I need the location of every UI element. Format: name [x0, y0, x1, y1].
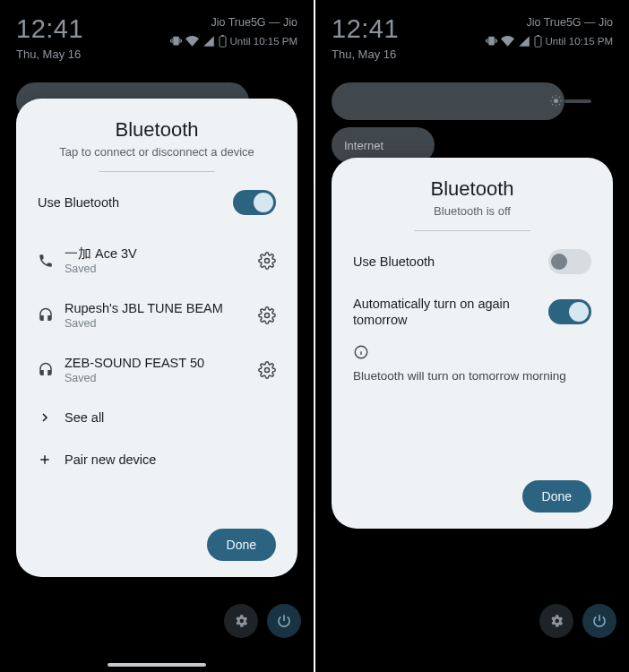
- power-icon: [276, 613, 292, 629]
- brightness-icon: [549, 94, 563, 108]
- info-icon: [353, 344, 591, 360]
- gear-icon[interactable]: [258, 361, 276, 379]
- status-bar: 12:41 Thu, May 16 Jio True5G — Jio Until…: [315, 0, 629, 61]
- svg-rect-1: [221, 35, 224, 36]
- svg-point-3: [265, 313, 270, 317]
- brightness-track[interactable]: [564, 99, 591, 103]
- status-icons: Until 10:15 PM: [486, 34, 613, 47]
- status-bar: 12:41 Thu, May 16 Jio True5G — Jio Until…: [0, 0, 314, 61]
- chevron-right-icon: [38, 410, 65, 425]
- panel-subtitle: Tap to connect or disconnect a device: [38, 145, 276, 159]
- use-bluetooth-label: Use Bluetooth: [38, 194, 233, 211]
- pair-new-row[interactable]: Pair new device: [38, 439, 276, 480]
- panel-subtitle: Bluetooth is off: [353, 204, 591, 218]
- svg-rect-5: [535, 36, 541, 47]
- device-row[interactable]: Rupesh's JBL TUNE BEAM Saved: [38, 288, 276, 342]
- use-bluetooth-toggle[interactable]: [548, 249, 591, 274]
- settings-button[interactable]: [224, 604, 258, 638]
- device-status: Saved: [65, 372, 258, 384]
- clock-time: 12:41: [332, 16, 399, 42]
- auto-on-label: Automatically turn on again tomorrow: [353, 296, 523, 328]
- use-bluetooth-row[interactable]: Use Bluetooth: [353, 231, 591, 292]
- gear-icon[interactable]: [258, 306, 276, 324]
- use-bluetooth-label: Use Bluetooth: [353, 254, 548, 270]
- wifi-icon: [185, 34, 199, 47]
- quick-settings-footer: [224, 604, 301, 638]
- use-bluetooth-row[interactable]: Use Bluetooth: [38, 172, 276, 233]
- power-icon: [591, 613, 607, 629]
- clock-time: 12:41: [16, 16, 83, 42]
- status-icons: Until 10:15 PM: [170, 34, 297, 47]
- clock-group: 12:41 Thu, May 16: [332, 16, 399, 61]
- clock-date: Thu, May 16: [16, 47, 83, 61]
- signal-icon: [202, 35, 215, 47]
- quick-settings-footer: [539, 604, 616, 638]
- until-label: Until 10:15 PM: [230, 36, 297, 47]
- device-row[interactable]: 一加 Ace 3V Saved: [38, 233, 276, 288]
- phone-screen-right: 12:41 Thu, May 16 Jio True5G — Jio Until…: [315, 0, 629, 672]
- device-status: Saved: [65, 263, 258, 275]
- plus-icon: [38, 452, 65, 467]
- done-button[interactable]: Done: [522, 480, 591, 513]
- vibrate-icon: [170, 35, 182, 47]
- auto-on-row[interactable]: Automatically turn on again tomorrow: [353, 292, 591, 340]
- signal-icon: [518, 35, 530, 47]
- bluetooth-panel: Bluetooth Tap to connect or disconnect a…: [16, 99, 297, 577]
- phone-screen-left: 12:41 Thu, May 16 Jio True5G — Jio Until…: [0, 0, 314, 672]
- device-row[interactable]: ZEB-SOUND FEAST 50 Saved: [38, 342, 276, 397]
- info-text: Bluetooth will turn on tomorrow morning: [353, 369, 591, 383]
- until-label: Until 10:15 PM: [546, 36, 613, 47]
- done-button[interactable]: Done: [207, 529, 276, 561]
- svg-point-7: [554, 99, 558, 103]
- see-all-row[interactable]: See all: [38, 397, 276, 438]
- panel-title: Bluetooth: [38, 118, 276, 142]
- clock-group: 12:41 Thu, May 16: [16, 16, 83, 61]
- battery-icon: [219, 35, 227, 47]
- svg-rect-6: [537, 35, 539, 36]
- pair-new-label: Pair new device: [65, 452, 276, 468]
- power-button[interactable]: [267, 604, 301, 638]
- device-name: ZEB-SOUND FEAST 50: [65, 355, 258, 371]
- carrier-label: Jio True5G — Jio: [211, 16, 297, 29]
- status-right: Jio True5G — Jio Until 10:15 PM: [486, 16, 613, 47]
- headset-icon: [38, 307, 65, 323]
- internet-tile-label: Internet: [344, 139, 383, 152]
- device-name: Rupesh's JBL TUNE BEAM: [65, 300, 258, 316]
- auto-on-toggle[interactable]: [548, 299, 591, 324]
- bluetooth-panel: Bluetooth Bluetooth is off Use Bluetooth…: [332, 158, 613, 529]
- see-all-label: See all: [65, 409, 276, 426]
- panel-title: Bluetooth: [353, 177, 591, 201]
- phone-icon: [38, 253, 65, 269]
- device-name: 一加 Ace 3V: [65, 246, 258, 262]
- settings-button[interactable]: [539, 604, 573, 638]
- wifi-icon: [501, 34, 514, 47]
- nav-gesture-pill[interactable]: [108, 663, 206, 667]
- gear-icon[interactable]: [258, 252, 276, 270]
- vibrate-icon: [486, 35, 497, 47]
- svg-point-2: [265, 258, 270, 263]
- info-block: Bluetooth will turn on tomorrow morning: [353, 344, 591, 383]
- status-right: Jio True5G — Jio Until 10:15 PM: [170, 16, 297, 47]
- gear-icon: [548, 613, 564, 629]
- gear-icon: [233, 613, 249, 629]
- svg-point-4: [265, 367, 270, 372]
- device-status: Saved: [65, 317, 258, 330]
- use-bluetooth-toggle[interactable]: [233, 190, 276, 215]
- battery-icon: [534, 35, 542, 47]
- clock-date: Thu, May 16: [332, 47, 399, 61]
- svg-rect-0: [220, 36, 226, 47]
- power-button[interactable]: [582, 604, 616, 638]
- headset-icon: [38, 362, 65, 378]
- carrier-label: Jio True5G — Jio: [526, 16, 613, 29]
- brightness-pill[interactable]: [332, 82, 564, 120]
